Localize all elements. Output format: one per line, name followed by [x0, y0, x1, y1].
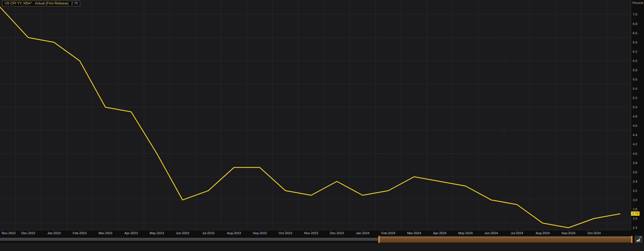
x-axis-label: Jun-2024: [484, 231, 498, 235]
y-tick-label: 3.8: [633, 161, 637, 165]
x-axis-label: Mar-2024: [407, 231, 421, 235]
y-tick-label: 4.4: [633, 133, 637, 137]
x-axis-label: Apr-2024: [433, 231, 446, 235]
y-tick-label: 5.0: [633, 105, 637, 109]
x-axis-label: Feb-2023: [73, 231, 87, 235]
y-tick-label: 5.2: [633, 96, 637, 100]
x-axis-label: Jan-2024: [356, 231, 369, 235]
chart-arrow-right-icon: [635, 236, 642, 243]
y-tick-label: 7.0: [633, 13, 637, 16]
cpi-line-chart: [0, 0, 631, 230]
x-axis-label: Mar-2023: [99, 231, 112, 235]
y-tick-label: 3.2: [633, 189, 637, 192]
x-axis-label: Jul-2024: [511, 231, 523, 235]
x-axis-label: Dec-2022: [21, 231, 35, 235]
x-axis-label: Feb-2024: [381, 231, 395, 235]
y-tick-label: 4.8: [633, 115, 637, 118]
y-tick-label: 3.6: [633, 171, 637, 174]
y-tick-label: 3.0: [633, 198, 637, 202]
last-value-badge: 2.70: [631, 211, 640, 216]
x-axis-label: Sep-2024: [561, 231, 575, 235]
y-axis-unit-label: Percent: [632, 1, 643, 4]
x-axis-label: Jan-2023: [47, 231, 61, 235]
chart-widget: US CPI YY, NSA* - Actual (First Release)…: [0, 0, 644, 251]
x-axis-label: Aug-2024: [536, 231, 550, 235]
bottom-toolbar: 3M6M1Y2Y5Y10Y20YMax⚙: [0, 243, 644, 251]
y-tick-label: 6.8: [633, 22, 637, 26]
x-axis-line: [0, 230, 631, 230]
scroll-to-latest-button[interactable]: [635, 236, 643, 243]
timeline-selected-range[interactable]: [379, 236, 632, 243]
y-tick-label: 6.2: [633, 50, 637, 53]
x-axis-label: Dec-2023: [330, 231, 344, 235]
y-axis: Percent 7.06.86.66.46.26.05.85.65.45.25.…: [631, 0, 644, 230]
y-tick-label: 6.6: [633, 31, 637, 35]
y-tick-label: 4.6: [633, 124, 637, 127]
y-tick-label: 4.0: [633, 152, 637, 155]
x-axis-label: May-2024: [458, 231, 473, 235]
x-axis-label: Oct-2023: [279, 231, 292, 235]
x-axis-label: May-2023: [150, 231, 164, 235]
x-axis-label: Nov-2023: [304, 231, 318, 235]
y-tick-label: 4.2: [633, 142, 637, 146]
x-axis-label: Aug-2023: [227, 231, 241, 235]
y-tick-label: 5.6: [633, 78, 637, 81]
y-tick-label: 6.4: [633, 41, 637, 44]
series-legend[interactable]: US CPI YY, NSA* - Actual (First Release)…: [2, 1, 80, 6]
y-tick-label: 6.0: [633, 59, 637, 63]
y-tick-label: 5.8: [633, 68, 637, 72]
price-chart-canvas[interactable]: [0, 0, 631, 230]
y-tick-label: 3.4: [633, 180, 637, 183]
range-handle-left[interactable]: [378, 236, 380, 243]
y-tick-label: 2.8: [633, 208, 637, 211]
x-axis-label: Jul-2023: [202, 231, 215, 235]
y-tick-label: 2.4: [633, 226, 637, 229]
y-tick-label: 2.6: [633, 217, 637, 220]
y-tick-label: 5.4: [633, 87, 637, 90]
cpi-series-line: [0, 0, 620, 228]
x-axis-label: Jun-2023: [176, 231, 189, 235]
range-handle-right[interactable]: [631, 236, 632, 243]
x-axis-label: Sep-2023: [253, 231, 267, 235]
x-axis-label: Oct-2024: [588, 231, 601, 235]
series-title: US CPI YY, NSA* - Actual (First Release): [4, 1, 69, 5]
x-axis-label: Nov-2022: [2, 231, 16, 235]
series-last-value: 2.70: [71, 1, 78, 5]
x-axis-label: Apr-2023: [124, 231, 138, 235]
